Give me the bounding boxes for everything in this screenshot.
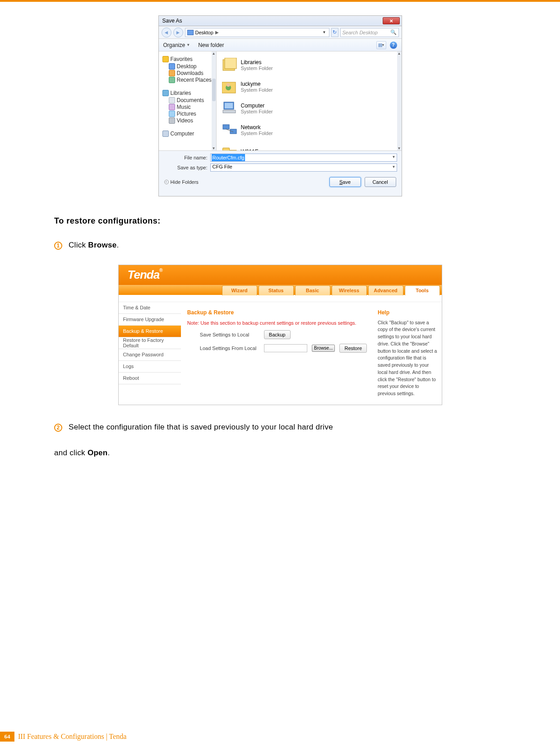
list-item[interactable]: W311E — [222, 145, 396, 150]
computer-icon — [222, 101, 237, 116]
back-button[interactable]: ◄ — [162, 28, 171, 37]
user-icon — [222, 79, 237, 94]
item-sub: System Folder — [241, 87, 273, 93]
recent-icon — [169, 77, 175, 83]
nav-item-videos[interactable]: Videos — [169, 117, 214, 124]
step-marker-1: 1 — [54, 242, 62, 250]
nav-item-desktop[interactable]: Desktop — [169, 63, 214, 70]
saveastype-label: Save as type: — [163, 165, 208, 170]
side-item-factory[interactable]: Restore to Factory Default — [119, 337, 181, 349]
toolbar: Organize▼ New folder ▤ ▾ ? — [159, 39, 402, 51]
favorites-group[interactable]: Favorites — [162, 56, 214, 62]
chevron-right-icon[interactable]: ▶ — [215, 30, 219, 35]
item-name: luckyme — [241, 81, 273, 87]
view-options-button[interactable]: ▤ ▾ — [376, 41, 386, 49]
tab-basic[interactable]: Basic — [295, 285, 330, 295]
tab-tools[interactable]: Tools — [405, 285, 440, 295]
side-menu: Time & Date Firmware Upgrade Backup & Re… — [119, 302, 181, 405]
svg-rect-8 — [223, 125, 229, 129]
side-item-time[interactable]: Time & Date — [119, 302, 181, 314]
tab-wireless[interactable]: Wireless — [332, 285, 367, 295]
side-item-firmware[interactable]: Firmware Upgrade — [119, 314, 181, 326]
restore-button[interactable]: Restore — [339, 344, 367, 353]
side-item-password[interactable]: Change Password — [119, 349, 181, 361]
item-name: W311E — [241, 149, 259, 150]
cancel-button[interactable]: Cancel — [365, 177, 396, 187]
documents-icon — [169, 97, 175, 103]
footer-text: III Features & Configurations | Tenda — [18, 733, 126, 741]
backup-button[interactable]: Backup — [264, 330, 291, 339]
saveastype-select[interactable]: CFG File ▼ — [210, 163, 397, 172]
tab-wizard[interactable]: Wizard — [222, 285, 257, 295]
items-pane[interactable]: LibrariesSystem Folder luckymeSystem Fol… — [217, 51, 402, 150]
step-2-cont: and click Open. — [54, 446, 506, 460]
libraries-group[interactable]: Libraries — [162, 90, 214, 96]
items-scrollbar[interactable]: ▲▼ — [397, 51, 402, 150]
nav-item-pictures[interactable]: Pictures — [169, 111, 214, 117]
forward-button[interactable]: ► — [173, 28, 183, 37]
close-button[interactable]: ✕ — [383, 17, 400, 24]
breadcrumb-segment[interactable]: Desktop — [195, 30, 213, 35]
tab-status[interactable]: Status — [259, 285, 294, 295]
list-item[interactable]: LibrariesSystem Folder — [222, 58, 396, 72]
item-name: Computer — [241, 103, 273, 109]
router-header: Tenda® — [119, 265, 442, 285]
breadcrumb-dropdown[interactable]: ▼ — [322, 30, 327, 34]
chevron-down-icon[interactable]: ▼ — [392, 165, 396, 169]
nav-item-music[interactable]: Music — [169, 104, 214, 110]
list-item[interactable]: NetworkSystem Folder — [222, 123, 396, 137]
breadcrumb[interactable]: Desktop ▶ ▼ — [185, 28, 329, 37]
svg-rect-1 — [225, 58, 236, 69]
nav-item-documents[interactable]: Documents — [169, 97, 214, 103]
folder-icon — [222, 145, 237, 150]
browse-button[interactable]: Browse... — [312, 345, 335, 352]
filename-input[interactable]: RouterCfm.cfg ▼ — [210, 154, 397, 162]
refresh-button[interactable]: ↻ — [331, 28, 338, 37]
libraries-icon — [222, 58, 237, 72]
step-marker-2: 2 — [54, 424, 62, 432]
network-icon — [222, 123, 237, 137]
hide-folders-toggle[interactable]: ^Hide Folders — [164, 179, 199, 185]
file-path-input[interactable] — [264, 344, 307, 352]
chevron-up-icon: ^ — [164, 180, 169, 184]
save-as-dialog: Save As ✕ ◄ ► Desktop ▶ ▼ ↻ Search Deskt… — [158, 15, 402, 196]
side-item-backup[interactable]: Backup & Restore — [119, 326, 181, 337]
pictures-icon — [169, 111, 175, 117]
section-heading: To restore configurations: — [54, 216, 506, 226]
videos-icon — [169, 117, 175, 124]
nav-item-recent[interactable]: Recent Places — [169, 77, 214, 83]
navigation-pane[interactable]: Favorites Desktop Downloads Recent Place… — [159, 51, 217, 150]
save-button[interactable]: Save — [329, 177, 361, 187]
save-settings-label: Save Settings to Local — [200, 332, 259, 337]
libraries-icon — [162, 90, 169, 96]
note-text: Note: Use this section to backup current… — [187, 320, 367, 326]
filename-label: File name: — [163, 155, 208, 160]
nav-item-downloads[interactable]: Downloads — [169, 70, 214, 76]
svg-rect-9 — [230, 129, 236, 134]
help-title: Help — [378, 309, 437, 316]
step-1: 1 Click Browse. — [54, 239, 506, 251]
computer-icon — [162, 131, 169, 137]
help-icon[interactable]: ? — [390, 42, 397, 49]
side-item-logs[interactable]: Logs — [119, 361, 181, 373]
nav-scrollbar[interactable]: ▲▼ — [212, 51, 216, 150]
new-folder-button[interactable]: New folder — [198, 42, 224, 48]
tab-advanced[interactable]: Advanced — [368, 285, 403, 295]
computer-group[interactable]: Computer — [162, 131, 214, 137]
search-input[interactable]: Search Desktop 🔍 — [340, 28, 399, 37]
organize-menu[interactable]: Organize▼ — [163, 42, 190, 48]
panel-title: Backup & Restore — [187, 309, 367, 316]
step-2: 2 Select the configuration file that is … — [54, 421, 506, 433]
star-icon — [162, 56, 169, 62]
tenda-logo: Tenda® — [128, 268, 162, 282]
downloads-icon — [169, 70, 175, 76]
side-item-reboot[interactable]: Reboot — [119, 373, 181, 384]
list-item[interactable]: ComputerSystem Folder — [222, 101, 396, 116]
svg-rect-6 — [225, 103, 233, 108]
search-placeholder: Search Desktop — [342, 30, 378, 35]
item-name: Libraries — [241, 59, 273, 65]
svg-rect-7 — [223, 110, 236, 113]
list-item[interactable]: luckymeSystem Folder — [222, 79, 396, 94]
chevron-down-icon[interactable]: ▼ — [392, 155, 396, 159]
titlebar[interactable]: Save As ✕ — [159, 16, 402, 26]
